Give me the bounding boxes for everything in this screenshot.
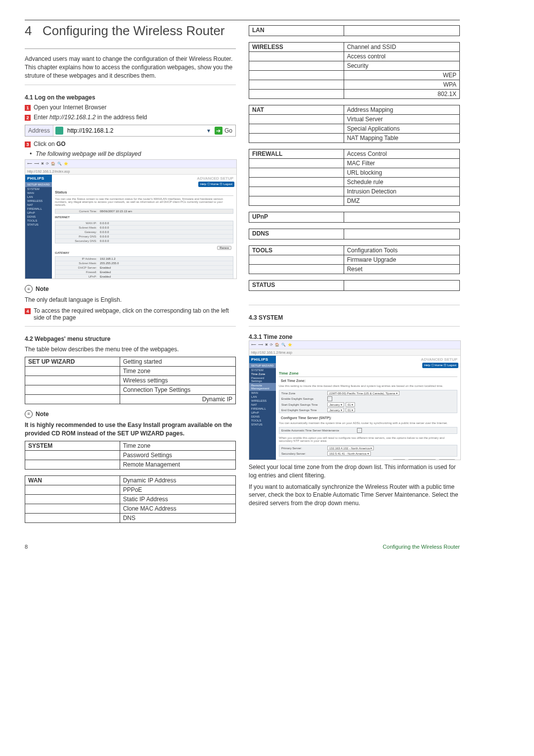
go-label: Go [224, 127, 235, 134]
chapter-title: 4Configuring the Wireless Router [25, 23, 236, 39]
step-3: 3 Click on GO [25, 141, 236, 147]
note-icon [25, 410, 33, 418]
footer-crumb: Configuring the Wireless Router [383, 544, 460, 550]
table-lan: LAN [249, 25, 460, 36]
go-arrow-icon[interactable]: ➔ [215, 127, 222, 135]
s42-intro: The table below describes the menu tree … [25, 345, 236, 354]
step-3-result: The following webpage will be displayed [25, 150, 236, 157]
heading-4-3: 4.3 SYSTEM [249, 314, 460, 321]
table-nat: NATAddress Mapping Virtual Server Specia… [249, 105, 460, 143]
heading-4-1: 4.1 Log on the webpages [25, 94, 236, 101]
heading-4-2: 4.2 Webpages' menu structure [25, 335, 236, 342]
timezone-screenshot: ⟵⟶✖⟳🏠🔍⭐ http://192.168.1.2/time.asp PHIL… [249, 340, 461, 460]
page-number: 8 [25, 544, 28, 550]
note-1-text: The only default language is English. [25, 296, 236, 304]
right-column: LAN WirelessChannel and SSID Access cont… [249, 23, 460, 529]
page-footer: 8 Configuring the Wireless Router [25, 544, 460, 550]
url-input[interactable] [65, 125, 205, 136]
step-1: 1 Open your Internet Browser [25, 104, 236, 111]
site-icon [55, 127, 63, 135]
note-icon [25, 285, 33, 293]
table-setup-wizard: Set Up WizardGetting started Time zone W… [25, 357, 236, 404]
s43-para2: If you want to automatically synchronize… [249, 483, 460, 508]
table-system: SystemTime zone Password Settings Remote… [25, 441, 236, 470]
table-upnp: UPnP [249, 212, 460, 223]
intro-text: Advanced users may want to change the co… [25, 55, 236, 80]
note-2-text: It is highly recommended to use the Easy… [25, 421, 236, 438]
table-status: Status [249, 280, 460, 291]
note-2: Note [25, 410, 236, 418]
step-2: 2 Enter http://192.168.1.2 in the addres… [25, 114, 236, 121]
table-ddns: Ddns [249, 229, 460, 239]
left-column: 4Configuring the Wireless Router Advance… [25, 23, 236, 529]
address-bar: Address ▾ ➔ Go [25, 125, 236, 137]
step-4: 4 To access the required webpage, click … [25, 307, 236, 321]
table-firewall: FirewallAccess Control MAC Filter URL bl… [249, 149, 460, 206]
address-label: Address [25, 125, 53, 136]
table-tools: ToolsConfiguration Tools Firmware Upgrad… [249, 245, 460, 274]
s43-para1: Select your local time zone from the dro… [249, 463, 460, 480]
note-1: Note [25, 285, 236, 293]
status-screenshot: ⟵⟶✖⟳🏠🔍⭐ http://192.168.1.2/index.asp PHI… [25, 159, 237, 279]
heading-4-3-1: 4.3.1 Time zone [249, 333, 460, 340]
dropdown-icon[interactable]: ▾ [205, 127, 213, 134]
table-wan: WANDynamic IP Address PPPoE Static IP Ad… [25, 475, 236, 523]
table-wireless: WirelessChannel and SSID Access control … [249, 42, 460, 99]
